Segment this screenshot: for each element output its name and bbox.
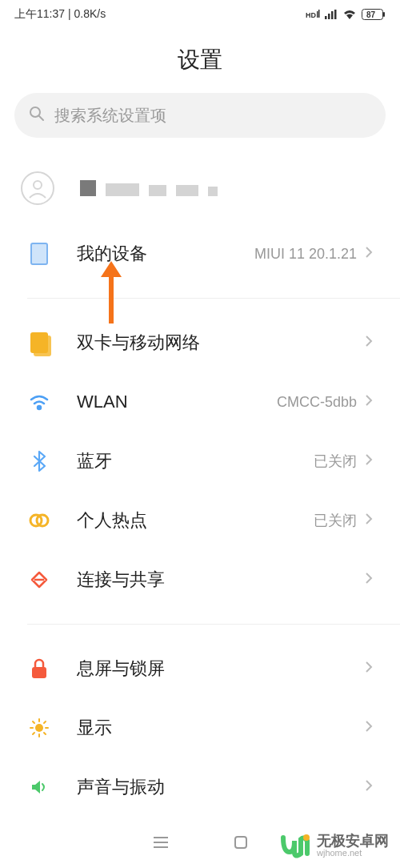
watermark-title: 无极安卓网 bbox=[317, 834, 389, 848]
svg-point-9 bbox=[30, 107, 40, 117]
item-label: 连接与共享 bbox=[77, 568, 365, 592]
svg-point-31 bbox=[303, 834, 310, 841]
search-box[interactable] bbox=[14, 93, 386, 138]
svg-rect-4 bbox=[328, 14, 330, 19]
item-value: 已关闭 bbox=[314, 511, 357, 530]
divider bbox=[27, 624, 400, 625]
item-value: 已关闭 bbox=[314, 452, 357, 471]
avatar bbox=[21, 171, 54, 205]
chevron-right-icon bbox=[365, 661, 373, 677]
bluetooth-icon bbox=[27, 449, 51, 473]
sun-icon bbox=[27, 716, 51, 740]
item-label: 息屏与锁屏 bbox=[77, 657, 365, 681]
item-label: WLAN bbox=[77, 392, 277, 412]
item-hotspot[interactable]: 个人热点 已关闭 bbox=[27, 491, 373, 550]
page-title: 设置 bbox=[0, 45, 400, 75]
item-label: 我的设备 bbox=[77, 242, 254, 266]
share-icon bbox=[27, 568, 51, 592]
item-label: 个人热点 bbox=[77, 508, 314, 532]
svg-rect-1 bbox=[317, 11, 318, 18]
svg-rect-6 bbox=[334, 10, 337, 19]
chevron-right-icon bbox=[365, 246, 373, 262]
settings-group-display: 息屏与锁屏 显示 声音与振动 bbox=[0, 639, 400, 817]
svg-rect-15 bbox=[32, 667, 46, 678]
account-name-redacted bbox=[80, 180, 218, 196]
hotspot-icon bbox=[27, 508, 51, 532]
item-wlan[interactable]: WLAN CMCC-5dbb bbox=[27, 372, 373, 432]
item-label: 声音与振动 bbox=[77, 775, 365, 799]
search-icon bbox=[29, 106, 45, 125]
chevron-right-icon bbox=[365, 335, 373, 351]
item-value: CMCC-5dbb bbox=[277, 394, 357, 411]
divider bbox=[27, 298, 400, 299]
wifi-status-icon bbox=[342, 9, 357, 20]
svg-point-11 bbox=[34, 181, 42, 189]
battery-text: 87 bbox=[366, 10, 376, 19]
svg-rect-2 bbox=[318, 10, 320, 18]
wifi-icon bbox=[27, 390, 51, 414]
svg-rect-5 bbox=[331, 11, 334, 19]
item-label: 显示 bbox=[77, 716, 365, 740]
nav-home-icon[interactable] bbox=[234, 835, 248, 853]
status-icons: HD 87 bbox=[306, 9, 386, 20]
chevron-right-icon bbox=[365, 572, 373, 588]
svg-rect-3 bbox=[325, 16, 327, 19]
chevron-right-icon bbox=[365, 453, 373, 469]
svg-line-24 bbox=[44, 721, 46, 723]
item-display[interactable]: 显示 bbox=[27, 698, 373, 757]
svg-line-23 bbox=[33, 733, 34, 734]
battery-icon: 87 bbox=[362, 9, 386, 20]
item-connection-share[interactable]: 连接与共享 bbox=[27, 550, 373, 609]
item-label: 双卡与移动网络 bbox=[77, 331, 365, 355]
chevron-right-icon bbox=[365, 720, 373, 736]
item-bluetooth[interactable]: 蓝牙 已关闭 bbox=[27, 432, 373, 491]
sim-icon bbox=[27, 331, 51, 355]
speaker-icon bbox=[27, 775, 51, 799]
svg-line-22 bbox=[44, 733, 46, 734]
svg-rect-8 bbox=[383, 12, 385, 17]
svg-line-10 bbox=[39, 116, 43, 120]
svg-text:HD: HD bbox=[306, 11, 316, 19]
svg-rect-30 bbox=[235, 837, 246, 848]
item-label: 蓝牙 bbox=[77, 449, 314, 473]
lock-icon bbox=[27, 657, 51, 681]
watermark-logo-icon bbox=[280, 830, 312, 862]
svg-point-16 bbox=[35, 724, 43, 732]
chevron-right-icon bbox=[365, 394, 373, 410]
nav-recent-icon[interactable] bbox=[152, 835, 170, 853]
svg-point-12 bbox=[38, 406, 41, 409]
account-row[interactable] bbox=[0, 152, 400, 224]
status-bar: 上午11:37 | 0.8K/s HD 87 bbox=[0, 0, 400, 29]
item-value: MIUI 11 20.1.21 bbox=[254, 246, 357, 263]
status-time: 上午11:37 | 0.8K/s bbox=[14, 7, 106, 22]
signal-icon bbox=[325, 10, 338, 19]
item-lockscreen[interactable]: 息屏与锁屏 bbox=[27, 639, 373, 698]
device-icon bbox=[27, 242, 51, 266]
hd-icon: HD bbox=[306, 10, 320, 19]
chevron-right-icon bbox=[365, 779, 373, 795]
settings-group-device: 我的设备 MIUI 11 20.1.21 bbox=[0, 224, 400, 283]
watermark: 无极安卓网 wjhome.net bbox=[275, 828, 394, 863]
item-dual-sim[interactable]: 双卡与移动网络 bbox=[27, 313, 373, 372]
chevron-right-icon bbox=[365, 512, 373, 528]
svg-line-21 bbox=[33, 721, 34, 723]
item-my-device[interactable]: 我的设备 MIUI 11 20.1.21 bbox=[27, 224, 373, 283]
search-input[interactable] bbox=[54, 106, 371, 125]
settings-group-network: 双卡与移动网络 WLAN CMCC-5dbb 蓝牙 已关闭 个人热点 已关闭 连… bbox=[0, 313, 400, 609]
watermark-url: wjhome.net bbox=[317, 848, 389, 858]
